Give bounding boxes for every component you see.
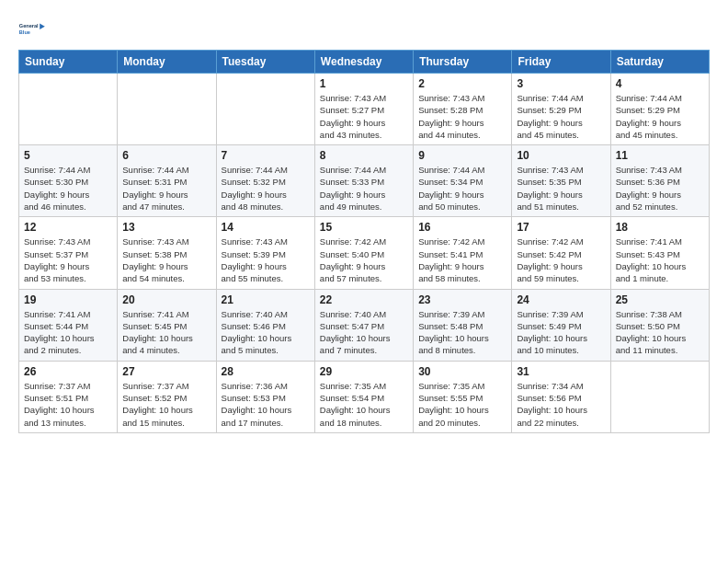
day-number: 23 xyxy=(418,293,506,306)
day-number: 20 xyxy=(122,293,210,306)
day-info: Sunrise: 7:42 AM Sunset: 5:41 PM Dayligh… xyxy=(418,236,506,284)
day-number: 15 xyxy=(320,221,408,234)
day-info: Sunrise: 7:43 AM Sunset: 5:28 PM Dayligh… xyxy=(418,92,506,141)
day-info: Sunrise: 7:44 AM Sunset: 5:31 PM Dayligh… xyxy=(122,164,210,213)
weekday-header-sunday: Sunday xyxy=(19,51,118,74)
day-number: 14 xyxy=(222,221,310,234)
day-info: Sunrise: 7:43 AM Sunset: 5:38 PM Dayligh… xyxy=(122,236,210,284)
day-cell: 26Sunrise: 7:37 AM Sunset: 5:51 PM Dayli… xyxy=(19,361,118,432)
day-number: 21 xyxy=(222,293,310,306)
day-number: 2 xyxy=(418,77,506,90)
day-cell: 12Sunrise: 7:43 AM Sunset: 5:37 PM Dayli… xyxy=(19,217,118,289)
day-info: Sunrise: 7:39 AM Sunset: 5:48 PM Dayligh… xyxy=(418,308,506,357)
day-cell: 18Sunrise: 7:41 AM Sunset: 5:43 PM Dayli… xyxy=(610,217,709,289)
day-cell: 6Sunrise: 7:44 AM Sunset: 5:31 PM Daylig… xyxy=(118,145,216,217)
day-info: Sunrise: 7:37 AM Sunset: 5:52 PM Dayligh… xyxy=(122,380,210,429)
day-info: Sunrise: 7:41 AM Sunset: 5:45 PM Dayligh… xyxy=(122,308,210,357)
day-cell: 8Sunrise: 7:44 AM Sunset: 5:33 PM Daylig… xyxy=(314,145,413,217)
day-number: 30 xyxy=(418,365,506,378)
calendar: SundayMondayTuesdayWednesdayThursdayFrid… xyxy=(18,50,710,433)
day-info: Sunrise: 7:34 AM Sunset: 5:56 PM Dayligh… xyxy=(517,380,605,429)
day-info: Sunrise: 7:38 AM Sunset: 5:50 PM Dayligh… xyxy=(616,308,704,357)
day-cell: 27Sunrise: 7:37 AM Sunset: 5:52 PM Dayli… xyxy=(118,361,216,432)
day-info: Sunrise: 7:43 AM Sunset: 5:35 PM Dayligh… xyxy=(517,164,605,213)
day-cell: 3Sunrise: 7:44 AM Sunset: 5:29 PM Daylig… xyxy=(512,74,610,145)
weekday-header-monday: Monday xyxy=(118,51,216,74)
day-info: Sunrise: 7:42 AM Sunset: 5:42 PM Dayligh… xyxy=(517,236,605,284)
day-number: 18 xyxy=(616,221,704,234)
day-cell: 16Sunrise: 7:42 AM Sunset: 5:41 PM Dayli… xyxy=(414,217,512,289)
weekday-header-thursday: Thursday xyxy=(414,51,512,74)
day-info: Sunrise: 7:41 AM Sunset: 5:43 PM Dayligh… xyxy=(616,236,704,284)
day-info: Sunrise: 7:44 AM Sunset: 5:29 PM Dayligh… xyxy=(616,92,704,141)
day-info: Sunrise: 7:36 AM Sunset: 5:53 PM Dayligh… xyxy=(222,380,310,429)
day-info: Sunrise: 7:35 AM Sunset: 5:55 PM Dayligh… xyxy=(418,380,506,429)
weekday-header-saturday: Saturday xyxy=(610,51,709,74)
day-number: 17 xyxy=(517,221,605,234)
day-number: 13 xyxy=(122,221,210,234)
day-number: 1 xyxy=(320,77,408,90)
day-cell: 28Sunrise: 7:36 AM Sunset: 5:53 PM Dayli… xyxy=(216,361,314,432)
day-info: Sunrise: 7:43 AM Sunset: 5:36 PM Dayligh… xyxy=(616,164,704,213)
logo-icon: GeneralBlue xyxy=(18,15,48,44)
day-number: 7 xyxy=(222,149,310,162)
weekday-header-wednesday: Wednesday xyxy=(314,51,413,74)
day-info: Sunrise: 7:43 AM Sunset: 5:27 PM Dayligh… xyxy=(320,92,408,141)
day-info: Sunrise: 7:44 AM Sunset: 5:29 PM Dayligh… xyxy=(517,92,605,141)
day-cell: 1Sunrise: 7:43 AM Sunset: 5:27 PM Daylig… xyxy=(314,74,413,145)
week-row-2: 5Sunrise: 7:44 AM Sunset: 5:30 PM Daylig… xyxy=(19,145,710,217)
day-number: 29 xyxy=(320,365,408,378)
svg-text:Blue: Blue xyxy=(19,29,30,35)
day-info: Sunrise: 7:42 AM Sunset: 5:40 PM Dayligh… xyxy=(320,236,408,284)
day-number: 28 xyxy=(222,365,310,378)
svg-marker-2 xyxy=(40,24,45,29)
page: GeneralBlue SundayMondayTuesdayWednesday… xyxy=(0,0,728,448)
day-cell: 20Sunrise: 7:41 AM Sunset: 5:45 PM Dayli… xyxy=(118,289,216,361)
day-number: 6 xyxy=(122,149,210,162)
week-row-4: 19Sunrise: 7:41 AM Sunset: 5:44 PM Dayli… xyxy=(19,289,710,361)
day-info: Sunrise: 7:44 AM Sunset: 5:32 PM Dayligh… xyxy=(222,164,310,213)
day-info: Sunrise: 7:43 AM Sunset: 5:37 PM Dayligh… xyxy=(24,236,112,284)
day-cell: 2Sunrise: 7:43 AM Sunset: 5:28 PM Daylig… xyxy=(414,74,512,145)
week-row-5: 26Sunrise: 7:37 AM Sunset: 5:51 PM Dayli… xyxy=(19,361,710,432)
day-number: 12 xyxy=(24,221,112,234)
weekday-header-row: SundayMondayTuesdayWednesdayThursdayFrid… xyxy=(19,51,710,74)
day-cell: 7Sunrise: 7:44 AM Sunset: 5:32 PM Daylig… xyxy=(216,145,314,217)
day-cell: 9Sunrise: 7:44 AM Sunset: 5:34 PM Daylig… xyxy=(414,145,512,217)
day-info: Sunrise: 7:37 AM Sunset: 5:51 PM Dayligh… xyxy=(24,380,112,429)
week-row-1: 1Sunrise: 7:43 AM Sunset: 5:27 PM Daylig… xyxy=(19,74,710,145)
day-cell: 19Sunrise: 7:41 AM Sunset: 5:44 PM Dayli… xyxy=(19,289,118,361)
day-cell: 13Sunrise: 7:43 AM Sunset: 5:38 PM Dayli… xyxy=(118,217,216,289)
day-info: Sunrise: 7:44 AM Sunset: 5:30 PM Dayligh… xyxy=(24,164,112,213)
day-cell: 24Sunrise: 7:39 AM Sunset: 5:49 PM Dayli… xyxy=(512,289,610,361)
day-info: Sunrise: 7:40 AM Sunset: 5:47 PM Dayligh… xyxy=(320,308,408,357)
day-cell: 4Sunrise: 7:44 AM Sunset: 5:29 PM Daylig… xyxy=(610,74,709,145)
day-cell: 25Sunrise: 7:38 AM Sunset: 5:50 PM Dayli… xyxy=(610,289,709,361)
header: GeneralBlue xyxy=(18,15,710,44)
day-cell: 21Sunrise: 7:40 AM Sunset: 5:46 PM Dayli… xyxy=(216,289,314,361)
day-number: 31 xyxy=(517,365,605,378)
day-number: 5 xyxy=(24,149,112,162)
day-info: Sunrise: 7:41 AM Sunset: 5:44 PM Dayligh… xyxy=(24,308,112,357)
day-cell: 5Sunrise: 7:44 AM Sunset: 5:30 PM Daylig… xyxy=(19,145,118,217)
weekday-header-tuesday: Tuesday xyxy=(216,51,314,74)
logo: GeneralBlue xyxy=(18,15,48,44)
day-cell: 14Sunrise: 7:43 AM Sunset: 5:39 PM Dayli… xyxy=(216,217,314,289)
day-number: 19 xyxy=(24,293,112,306)
day-number: 4 xyxy=(616,77,704,90)
day-info: Sunrise: 7:44 AM Sunset: 5:34 PM Dayligh… xyxy=(418,164,506,213)
day-cell xyxy=(19,74,118,145)
day-info: Sunrise: 7:40 AM Sunset: 5:46 PM Dayligh… xyxy=(222,308,310,357)
day-cell: 10Sunrise: 7:43 AM Sunset: 5:35 PM Dayli… xyxy=(512,145,610,217)
day-info: Sunrise: 7:43 AM Sunset: 5:39 PM Dayligh… xyxy=(222,236,310,284)
day-cell xyxy=(610,361,709,432)
day-cell: 15Sunrise: 7:42 AM Sunset: 5:40 PM Dayli… xyxy=(314,217,413,289)
day-number: 10 xyxy=(517,149,605,162)
day-number: 8 xyxy=(320,149,408,162)
day-number: 3 xyxy=(517,77,605,90)
day-number: 27 xyxy=(122,365,210,378)
svg-text:General: General xyxy=(19,23,39,29)
weekday-header-friday: Friday xyxy=(512,51,610,74)
day-cell: 17Sunrise: 7:42 AM Sunset: 5:42 PM Dayli… xyxy=(512,217,610,289)
day-cell xyxy=(118,74,216,145)
